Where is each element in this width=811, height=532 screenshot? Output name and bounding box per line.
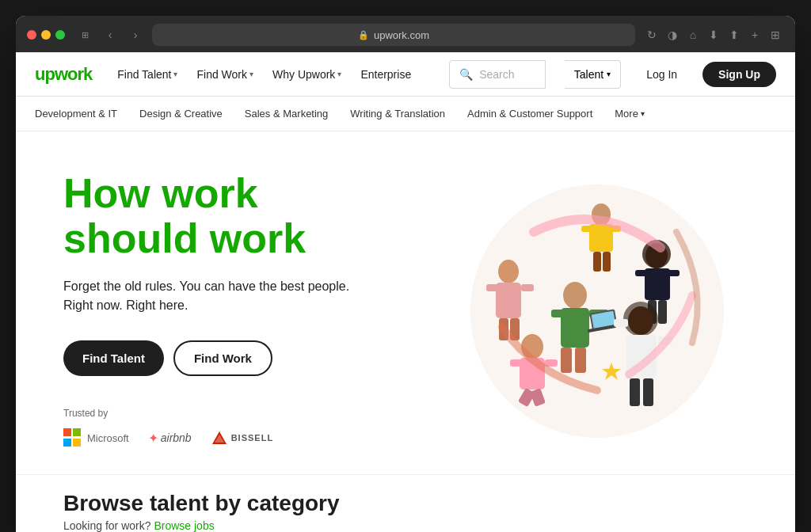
hero-title: How work should work bbox=[63, 171, 447, 261]
refresh-icon[interactable]: ↻ bbox=[643, 26, 661, 44]
trusted-label: Trusted by bbox=[63, 408, 447, 419]
browse-jobs-link[interactable]: Browse jobs bbox=[154, 519, 214, 532]
hero-section: How work should work Forget the old rule… bbox=[16, 131, 795, 474]
nav-find-work[interactable]: Find Work ▾ bbox=[196, 68, 253, 81]
upwork-logo[interactable]: upwork bbox=[35, 64, 92, 85]
url-text: upwork.com bbox=[374, 29, 429, 41]
svg-rect-29 bbox=[561, 348, 572, 373]
minimize-button[interactable] bbox=[41, 30, 51, 40]
hero-left: How work should work Forget the old rule… bbox=[63, 163, 447, 458]
search-placeholder: Search bbox=[479, 68, 514, 81]
browse-subtitle: Looking for work? Browse jobs bbox=[63, 519, 748, 532]
bissell-icon bbox=[211, 430, 228, 446]
svg-rect-15 bbox=[658, 300, 667, 324]
back-button[interactable]: ‹ bbox=[101, 26, 119, 44]
svg-rect-7 bbox=[593, 252, 601, 272]
microsoft-icon bbox=[63, 428, 82, 447]
svg-rect-11 bbox=[645, 268, 670, 300]
svg-rect-34 bbox=[614, 319, 628, 327]
page-content: upwork Find Talent ▾ Find Work ▾ Why Upw… bbox=[16, 52, 795, 532]
bissell-logo: BISSELL bbox=[211, 430, 273, 446]
trusted-by-section: Trusted by Microsoft bbox=[63, 408, 447, 447]
svg-rect-40 bbox=[510, 359, 523, 367]
chevron-down-icon: ▾ bbox=[173, 70, 177, 78]
cat-more[interactable]: More ▾ bbox=[615, 108, 645, 120]
hero-buttons: Find Talent Find Work bbox=[63, 340, 447, 376]
traffic-lights bbox=[27, 30, 65, 40]
browser-actions: ↻ ◑ ⌂ ⬇ ⬆ + ⊞ bbox=[643, 26, 784, 44]
svg-rect-24 bbox=[551, 310, 564, 317]
svg-point-22 bbox=[563, 282, 587, 309]
hero-illustration bbox=[470, 184, 724, 438]
svg-rect-17 bbox=[496, 283, 521, 318]
browse-title: Browse talent by category bbox=[63, 491, 748, 516]
cat-sales[interactable]: Sales & Marketing bbox=[245, 108, 329, 120]
cat-admin[interactable]: Admin & Customer Support bbox=[467, 108, 592, 120]
svg-rect-8 bbox=[603, 252, 611, 272]
find-talent-button[interactable]: Find Talent bbox=[63, 340, 164, 376]
trusted-logos: Microsoft ✦ airbnb bbox=[63, 428, 447, 447]
cat-writing[interactable]: Writing & Translation bbox=[350, 108, 445, 120]
svg-rect-36 bbox=[630, 378, 640, 406]
chevron-down-icon: ▾ bbox=[337, 70, 341, 78]
svg-rect-5 bbox=[581, 226, 593, 232]
category-nav: Development & IT Design & Creative Sales… bbox=[16, 97, 795, 131]
contrast-icon[interactable]: ◑ bbox=[664, 26, 681, 44]
hero-right bbox=[447, 163, 748, 458]
microsoft-logo: Microsoft bbox=[63, 428, 129, 447]
nav-why-upwork[interactable]: Why Upwork ▾ bbox=[272, 68, 341, 81]
lock-icon: 🔒 bbox=[358, 30, 369, 40]
svg-rect-30 bbox=[575, 348, 586, 373]
cat-development[interactable]: Development & IT bbox=[35, 108, 117, 120]
svg-rect-19 bbox=[521, 284, 534, 291]
hero-subtitle: Forget the old rules. You can have the b… bbox=[63, 277, 447, 315]
talent-dropdown-button[interactable]: Talent ▾ bbox=[565, 60, 621, 89]
svg-rect-23 bbox=[561, 308, 589, 348]
search-box[interactable]: 🔍 Search bbox=[449, 60, 546, 89]
nav-find-talent[interactable]: Find Talent ▾ bbox=[117, 68, 177, 81]
svg-rect-12 bbox=[635, 270, 648, 276]
grid-icon[interactable]: ⊞ bbox=[767, 26, 784, 44]
signup-button[interactable]: Sign Up bbox=[702, 62, 776, 87]
share-icon[interactable]: ⬆ bbox=[725, 26, 743, 44]
svg-rect-18 bbox=[486, 284, 499, 291]
forward-button[interactable]: › bbox=[127, 26, 144, 44]
home-icon[interactable]: ⌂ bbox=[684, 26, 702, 44]
browser-chrome: ⊞ ‹ › 🔒 upwork.com ↻ ◑ ⌂ ⬇ ⬆ + ⊞ bbox=[16, 16, 795, 52]
maximize-button[interactable] bbox=[55, 30, 65, 40]
close-button[interactable] bbox=[27, 30, 36, 40]
svg-rect-13 bbox=[667, 270, 680, 276]
microsoft-text: Microsoft bbox=[87, 432, 129, 444]
airbnb-logo: ✦ airbnb bbox=[148, 431, 192, 446]
search-icon: 🔍 bbox=[459, 68, 473, 81]
cat-design[interactable]: Design & Creative bbox=[139, 108, 223, 120]
chevron-down-icon: ▾ bbox=[607, 70, 611, 78]
browser-window: ⊞ ‹ › 🔒 upwork.com ↻ ◑ ⌂ ⬇ ⬆ + ⊞ upwork … bbox=[16, 16, 795, 532]
chevron-down-icon: ▾ bbox=[249, 70, 253, 78]
download-icon[interactable]: ⬇ bbox=[705, 26, 722, 44]
find-work-button[interactable]: Find Work bbox=[173, 340, 272, 376]
bissell-text: BISSELL bbox=[231, 433, 273, 443]
window-icon: ⊞ bbox=[76, 26, 93, 44]
illustration-svg bbox=[470, 184, 724, 438]
svg-point-16 bbox=[498, 260, 519, 283]
svg-rect-37 bbox=[643, 378, 653, 406]
airbnb-text: airbnb bbox=[161, 431, 192, 444]
browse-section: Browse talent by category Looking for wo… bbox=[16, 474, 795, 532]
nav-enterprise[interactable]: Enterprise bbox=[360, 68, 411, 81]
chevron-down-icon: ▾ bbox=[641, 109, 645, 118]
svg-point-32 bbox=[623, 302, 658, 336]
airbnb-icon: ✦ bbox=[148, 431, 158, 446]
top-nav: upwork Find Talent ▾ Find Work ▾ Why Upw… bbox=[16, 52, 795, 97]
new-tab-icon[interactable]: + bbox=[746, 26, 763, 44]
login-button[interactable]: Log In bbox=[646, 68, 677, 81]
address-bar[interactable]: 🔒 upwork.com bbox=[152, 24, 635, 46]
